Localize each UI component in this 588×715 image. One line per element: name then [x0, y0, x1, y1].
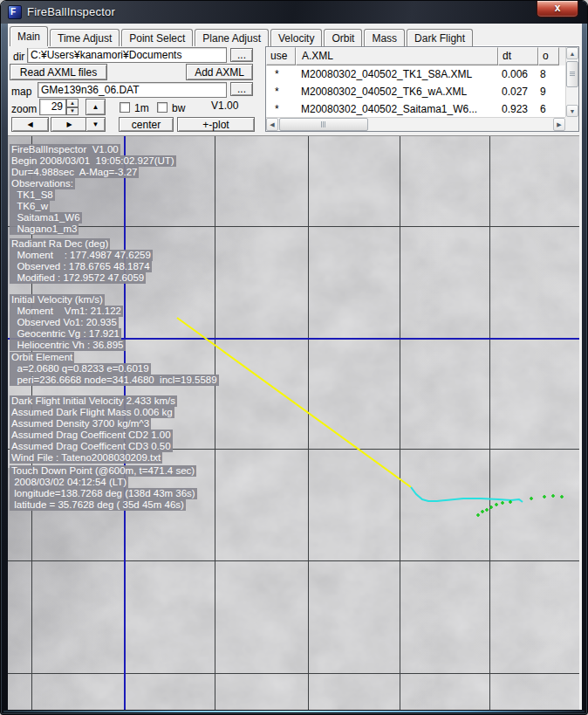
- list-header: use A.XML dt o: [266, 47, 578, 65]
- table-row[interactable]: *M20080302_040502_TK1_S8A.XML0.0068: [266, 65, 565, 83]
- cell-o: 8: [538, 68, 557, 80]
- plot-button[interactable]: +-plot: [177, 117, 255, 132]
- map-label: map: [11, 86, 31, 98]
- tab-dark-flight[interactable]: Dark Flight: [407, 29, 473, 46]
- cell-dt: 0.027: [498, 86, 538, 98]
- list-body: *M20080302_040502_TK1_S8A.XML0.0068*M200…: [266, 65, 565, 117]
- cell-use: *: [266, 68, 296, 80]
- vscroll-thumb[interactable]: [566, 61, 578, 87]
- column-header-axml[interactable]: A.XML: [296, 47, 498, 65]
- column-header-dt[interactable]: dt: [498, 47, 538, 65]
- cell-axml: M20080302_040502_TK6_wA.XML: [296, 86, 498, 98]
- axml-listview: use A.XML dt o *M20080302_040502_TK1_S8A…: [265, 46, 579, 132]
- tab-mass[interactable]: Mass: [364, 29, 405, 46]
- list-horizontal-scrollbar[interactable]: ◀ ▶: [266, 117, 565, 131]
- cell-axml: M20080302_040502_Saitama1_W6...: [296, 103, 498, 115]
- dir-browse-button[interactable]: ...: [230, 48, 253, 62]
- checkbox-bw-label: bw: [172, 102, 185, 114]
- read-axml-button[interactable]: Read AXML files: [10, 64, 107, 80]
- tab-point-select[interactable]: Point Select: [121, 29, 193, 46]
- cell-axml: M20080302_040502_TK1_S8A.XML: [296, 68, 498, 80]
- tab-orbit[interactable]: Orbit: [324, 29, 362, 46]
- tab-time-adjust[interactable]: Time Adjust: [50, 29, 120, 46]
- app-icon: F: [8, 5, 22, 19]
- checkbox-bw[interactable]: [157, 102, 168, 113]
- dir-label: dir: [13, 51, 24, 63]
- cell-o: 9: [538, 86, 557, 98]
- zoom-spin-down-icon[interactable]: ▼: [66, 107, 79, 116]
- cell-dt: 0.006: [498, 68, 538, 80]
- client-area: MainTime AdjustPoint SelectPlane AdjustV…: [8, 24, 582, 710]
- scrollbar-corner: [565, 117, 578, 131]
- map-browse-button[interactable]: ...: [230, 82, 253, 96]
- zoom-label: zoom: [11, 103, 37, 115]
- tab-strip: MainTime AdjustPoint SelectPlane AdjustV…: [10, 26, 580, 46]
- checkbox-1m-label: 1m: [134, 102, 149, 114]
- version-label: V1.00: [211, 100, 238, 112]
- zoom-spin-up-icon[interactable]: ▲: [66, 99, 79, 107]
- table-row[interactable]: *M20080302_040502_TK6_wA.XML0.0279: [266, 83, 565, 100]
- pan-left-button[interactable]: ◀: [11, 117, 49, 132]
- pan-right-button[interactable]: ▶: [51, 117, 88, 132]
- center-button[interactable]: center: [119, 117, 174, 132]
- table-row[interactable]: *M20080302_040502_Saitama1_W6...0.9236: [266, 100, 565, 118]
- app-window: F FireBallInspector x MainTime AdjustPoi…: [0, 0, 588, 715]
- title-bar[interactable]: F FireBallInspector x: [1, 1, 587, 24]
- column-header-o[interactable]: o: [538, 47, 559, 65]
- scroll-up-icon[interactable]: ▲: [566, 47, 578, 59]
- cell-use: *: [266, 86, 296, 98]
- close-button[interactable]: x: [537, 1, 578, 17]
- tab-plane-adjust[interactable]: Plane Adjust: [195, 29, 269, 46]
- terrain-texture: [8, 136, 579, 710]
- window-title: FireBallInspector: [27, 5, 115, 18]
- scroll-down-icon[interactable]: ▼: [566, 105, 578, 117]
- hscroll-thumb[interactable]: [279, 118, 368, 131]
- scroll-right-icon[interactable]: ▶: [553, 118, 565, 131]
- tab-velocity[interactable]: Velocity: [270, 29, 322, 46]
- zoom-value-field[interactable]: 29: [39, 99, 66, 115]
- dir-field[interactable]: C:¥Users¥kanamori¥Documents: [27, 47, 227, 63]
- cell-use: *: [266, 103, 296, 115]
- list-vertical-scrollbar[interactable]: ▲ ▼: [565, 47, 578, 117]
- tab-main[interactable]: Main: [10, 26, 48, 46]
- cell-dt: 0.923: [498, 103, 538, 115]
- pan-down-button[interactable]: ▼: [85, 117, 106, 132]
- pan-up-button[interactable]: ▲: [85, 99, 106, 115]
- cell-o: 6: [538, 103, 557, 115]
- map-canvas[interactable]: FireBallInspector V1.00Begin 2008/03/01 …: [8, 135, 579, 710]
- scroll-left-icon[interactable]: ◀: [266, 118, 278, 131]
- checkbox-1m[interactable]: [120, 102, 130, 113]
- map-field[interactable]: GMe139n36_06.DAT: [38, 82, 227, 98]
- zoom-spinner: ▲ ▼: [66, 99, 79, 115]
- column-header-use[interactable]: use: [266, 47, 296, 65]
- add-axml-button[interactable]: Add AXML: [186, 64, 253, 80]
